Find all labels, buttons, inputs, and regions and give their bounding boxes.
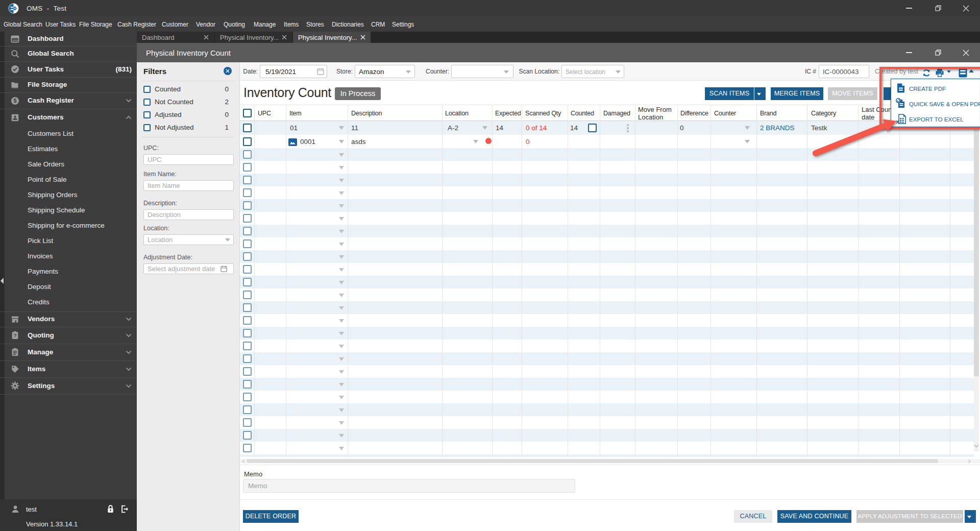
- svg-text:?: ?: [13, 332, 16, 338]
- svg-text:$: $: [14, 98, 17, 104]
